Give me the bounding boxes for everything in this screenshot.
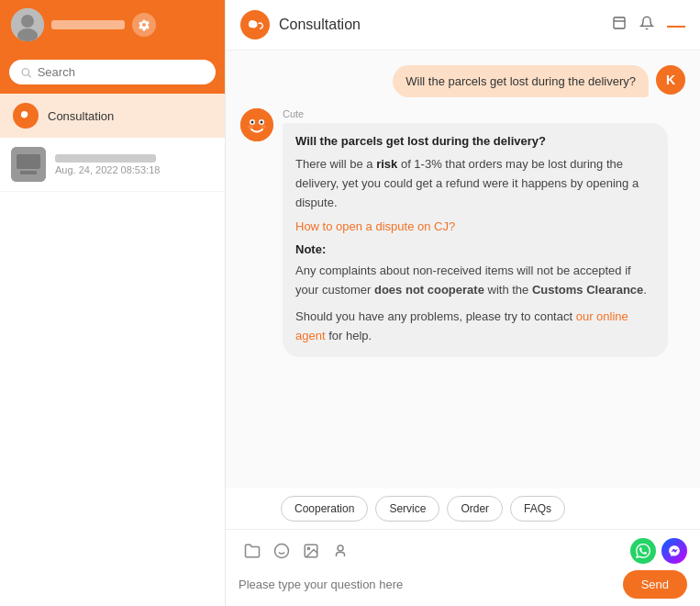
input-toolbar [239, 537, 687, 565]
folder-icon[interactable] [239, 537, 266, 565]
bot-body-2: Any complaints about non-received items … [295, 262, 655, 300]
chat-area: Will the parcels get lost during the del… [226, 50, 700, 488]
search-box[interactable] [9, 60, 216, 84]
user-info [51, 20, 125, 29]
chat-name-placeholder [55, 154, 156, 163]
svg-point-15 [248, 125, 253, 129]
username-placeholder [51, 20, 125, 29]
svg-point-10 [240, 108, 273, 141]
user-message-text: Will the parcels get lost during the del… [393, 65, 649, 97]
user-avatar [11, 8, 44, 41]
svg-point-22 [338, 545, 343, 551]
chat-time: Aug. 24, 2022 08:53:18 [55, 164, 160, 175]
svg-line-4 [28, 74, 31, 77]
consultation-section[interactable]: Consultation [0, 94, 225, 138]
topbar-title: Consultation [279, 17, 603, 33]
svg-point-17 [275, 544, 289, 558]
main-panel: Consultation — Will the parcels get lost… [225, 0, 700, 606]
image-icon[interactable] [297, 537, 325, 565]
emoji-icon[interactable] [268, 537, 295, 565]
online-agent-link[interactable]: our online agent [295, 309, 628, 342]
svg-rect-6 [17, 154, 40, 169]
text-input-wrap: Send [239, 570, 687, 599]
svg-rect-8 [614, 17, 625, 28]
chat-meta: Aug. 24, 2022 08:53:18 [55, 154, 160, 175]
send-button[interactable]: Send [623, 570, 687, 599]
window-icon[interactable] [612, 16, 627, 34]
svg-point-13 [251, 121, 254, 124]
cj-logo [13, 103, 39, 129]
quick-reply-cooperation[interactable]: Cooperation [281, 496, 368, 522]
quick-replies: Cooperation Service Order FAQs [226, 488, 700, 529]
consultation-label: Consultation [48, 109, 114, 123]
topbar-icons: — [612, 16, 685, 34]
sidebar-header [0, 0, 225, 50]
search-input[interactable] [38, 65, 205, 79]
search-icon [20, 66, 32, 79]
dispute-link[interactable]: How to open a dispute on CJ? [295, 219, 655, 233]
bell-icon[interactable] [639, 16, 654, 34]
cute-avatar [240, 108, 273, 141]
sidebar: Consultation Aug. 24, 2022 08:53:18 [0, 0, 225, 606]
social-icons [630, 538, 687, 564]
svg-point-3 [22, 68, 28, 74]
search-section [0, 50, 225, 94]
agent-icon[interactable] [327, 537, 354, 565]
bot-note-label: Note: [295, 242, 655, 256]
user-bubble: Will the parcels get lost during the del… [240, 65, 685, 97]
bot-body-1: There will be a risk of 1-3% that orders… [295, 155, 655, 212]
input-area: Send [226, 529, 700, 606]
svg-point-21 [307, 547, 309, 549]
svg-point-1 [21, 15, 34, 28]
chat-list-item[interactable]: Aug. 24, 2022 08:53:18 [0, 138, 225, 192]
bot-sender-name: Cute [283, 108, 668, 119]
message-input[interactable] [239, 578, 614, 591]
minimize-icon[interactable]: — [667, 16, 685, 34]
bot-bubble-title: Will the parcels get lost during the del… [295, 134, 655, 148]
svg-rect-7 [20, 171, 37, 174]
messenger-icon[interactable] [661, 538, 687, 564]
settings-icon[interactable] [132, 13, 156, 37]
chat-thumbnail [11, 147, 46, 182]
topbar: Consultation — [226, 0, 700, 50]
quick-reply-faqs[interactable]: FAQs [510, 496, 565, 522]
quick-reply-service[interactable]: Service [375, 496, 439, 522]
bot-bubble-container: Cute Will the parcels get lost during th… [240, 108, 685, 357]
bot-message-bubble: Will the parcels get lost during the del… [283, 123, 668, 357]
quick-reply-order[interactable]: Order [447, 496, 503, 522]
svg-point-14 [261, 121, 263, 124]
whatsapp-icon[interactable] [630, 538, 656, 564]
topbar-logo [240, 10, 270, 39]
bot-body-3: Should you have any problems, please try… [295, 308, 655, 346]
user-k-avatar: K [656, 65, 685, 95]
svg-point-16 [261, 125, 266, 129]
